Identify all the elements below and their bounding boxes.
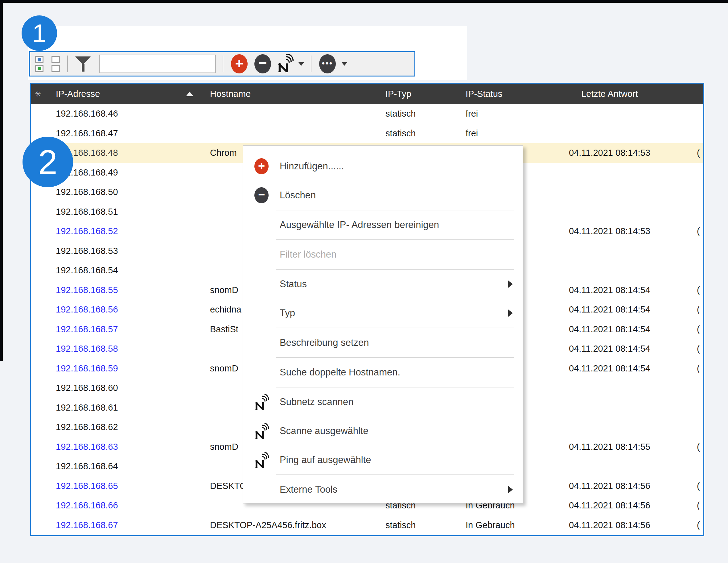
delete-ip-button[interactable]: − <box>254 54 271 73</box>
menu-item-label: Hinzufügen...... <box>280 161 344 172</box>
menu-item-scanne-ausgewaehlte[interactable]: Scanne ausgewählte <box>243 417 523 446</box>
row-gutter <box>31 287 45 293</box>
column-header-letzte-antwort[interactable]: Letzte Antwort <box>555 89 685 99</box>
cell-truncated: ( <box>685 481 703 491</box>
menu-item-status[interactable]: Status <box>243 269 523 299</box>
network-scan-icon <box>243 423 280 439</box>
menu-item-label: Beschreibung setzen <box>280 337 369 348</box>
cell-letzte-antwort: 04.11.2021 08:14:56 <box>555 481 685 491</box>
menu-item-ping-auf-ausgewaehlte[interactable]: Ping auf ausgewählte <box>243 446 523 475</box>
cell-truncated: ( <box>685 305 703 315</box>
menu-item-loeschen[interactable]: − Löschen <box>243 181 523 210</box>
more-dropdown-caret-icon[interactable] <box>342 62 347 66</box>
menu-item-ip-adressen-bereinigen[interactable]: Ausgewählte IP- Adressen bereinigen <box>243 210 523 239</box>
submenu-arrow-icon <box>508 280 513 288</box>
row-commit-icon[interactable] <box>35 56 43 72</box>
cell-ip-adresse: 192.168.168.67 <box>45 520 199 530</box>
cell-ip-adresse: 192.168.168.56 <box>45 305 199 315</box>
scan-dropdown-caret-icon[interactable] <box>298 62 304 66</box>
submenu-arrow-icon <box>508 486 513 493</box>
context-menu: + Hinzufügen...... − Löschen Ausgewählte… <box>243 145 523 503</box>
column-header-ip-adresse[interactable]: IP-Adresse <box>45 89 199 99</box>
row-gutter <box>31 307 45 313</box>
cell-ip-typ: statisch <box>373 109 453 119</box>
callout-badge-1: 1 <box>22 15 57 51</box>
network-scan-button[interactable] <box>276 54 294 73</box>
cell-truncated: ( <box>685 148 703 158</box>
cell-ip-adresse: 192.168.168.57 <box>45 324 199 335</box>
plus-icon: + <box>243 158 280 174</box>
column-header-hostname[interactable]: Hostname <box>199 89 373 99</box>
row-gutter <box>31 248 45 254</box>
cell-ip-adresse: 192.168.168.47 <box>45 128 199 138</box>
minus-icon: − <box>259 56 267 70</box>
cell-ip-status: In Gebrauch <box>453 520 555 530</box>
cell-truncated: ( <box>685 344 703 354</box>
callout-badge-2: 2 <box>23 137 73 187</box>
cell-ip-typ: statisch <box>373 520 453 530</box>
cell-letzte-antwort: 04.11.2021 08:14:53 <box>555 226 685 236</box>
cell-ip-adresse: 192.168.168.55 <box>45 285 199 295</box>
add-ip-button[interactable]: + <box>231 54 248 73</box>
row-gutter <box>31 228 45 234</box>
row-select-icon[interactable] <box>51 56 60 72</box>
row-gutter <box>31 111 45 117</box>
menu-item-typ[interactable]: Typ <box>243 299 523 328</box>
frame-left-border <box>0 0 3 361</box>
cell-ip-adresse: 192.168.168.50 <box>45 187 199 197</box>
cell-ip-adresse: 192.168.168.60 <box>45 383 199 393</box>
menu-item-label: Ausgewählte IP- Adressen bereinigen <box>280 219 439 230</box>
table-row[interactable]: 192.168.168.46 statisch frei <box>31 104 703 124</box>
menu-item-suche-doppelte-hostnamen[interactable]: Suche doppelte Hostnamen. <box>243 358 523 387</box>
column-header-ip-status[interactable]: IP-Status <box>453 89 555 99</box>
sort-asc-icon <box>186 92 193 96</box>
plus-icon: + <box>235 56 244 71</box>
cell-truncated: ( <box>685 364 703 374</box>
menu-item-hinzufuegen[interactable]: + Hinzufügen...... <box>243 152 523 181</box>
network-scan-icon <box>276 54 294 72</box>
table-row[interactable]: 192.168.168.67 DESKTOP-A25A456.fritz.box… <box>31 516 703 535</box>
row-gutter <box>31 463 45 470</box>
menu-item-filter-loeschen: Filter löschen <box>243 240 523 269</box>
network-scan-icon <box>243 394 280 410</box>
menu-item-label: Löschen <box>280 190 316 201</box>
table-row[interactable]: 192.168.168.47 statisch frei <box>31 124 703 143</box>
menu-item-label: Filter löschen <box>280 249 336 260</box>
cell-truncated: ( <box>685 520 703 530</box>
cell-ip-adresse: 192.168.168.52 <box>45 226 199 236</box>
more-options-button[interactable]: ••• <box>319 54 336 73</box>
row-gutter <box>31 483 45 489</box>
cell-hostname: DESKTOP-A25A456.fritz.box <box>199 520 373 530</box>
menu-item-label: Typ <box>280 308 295 319</box>
toolbar-separator <box>67 55 68 72</box>
column-label: IP-Adresse <box>56 89 100 99</box>
column-header-ip-typ[interactable]: IP-Typ <box>373 89 453 99</box>
cell-ip-status: frei <box>453 109 555 119</box>
submenu-arrow-icon <box>508 310 513 317</box>
cell-truncated: ( <box>685 226 703 236</box>
menu-item-label: Status <box>280 278 307 290</box>
menu-item-subnetz-scannen[interactable]: Subnetz scannen <box>243 388 523 417</box>
cell-ip-adresse: 192.168.168.63 <box>45 442 199 452</box>
filter-input[interactable] <box>99 55 216 73</box>
row-gutter <box>31 522 45 528</box>
row-gutter <box>31 503 45 509</box>
cell-ip-adresse: 192.168.168.53 <box>45 246 199 256</box>
cell-letzte-antwort: 04.11.2021 08:14:54 <box>555 324 685 335</box>
cell-ip-adresse: 192.168.168.66 <box>45 500 199 511</box>
menu-item-beschreibung-setzen[interactable]: Beschreibung setzen <box>243 328 523 357</box>
row-gutter <box>31 326 45 332</box>
cell-ip-status: frei <box>453 128 555 138</box>
row-gutter <box>31 365 45 372</box>
cell-truncated: ( <box>685 324 703 335</box>
menu-item-label: Subnetz scannen <box>280 397 354 408</box>
cell-letzte-antwort: 04.11.2021 08:14:54 <box>555 305 685 315</box>
cell-ip-adresse: 192.168.168.65 <box>45 481 199 491</box>
filter-funnel-icon[interactable] <box>75 56 91 72</box>
cell-ip-adresse: 192.168.168.61 <box>45 403 199 413</box>
cell-ip-typ: statisch <box>373 128 453 138</box>
cell-truncated: ( <box>685 500 703 511</box>
menu-item-externe-tools[interactable]: Externe Tools <box>243 475 523 504</box>
minus-icon: − <box>243 187 280 203</box>
cell-ip-adresse: 192.168.168.46 <box>45 109 199 119</box>
